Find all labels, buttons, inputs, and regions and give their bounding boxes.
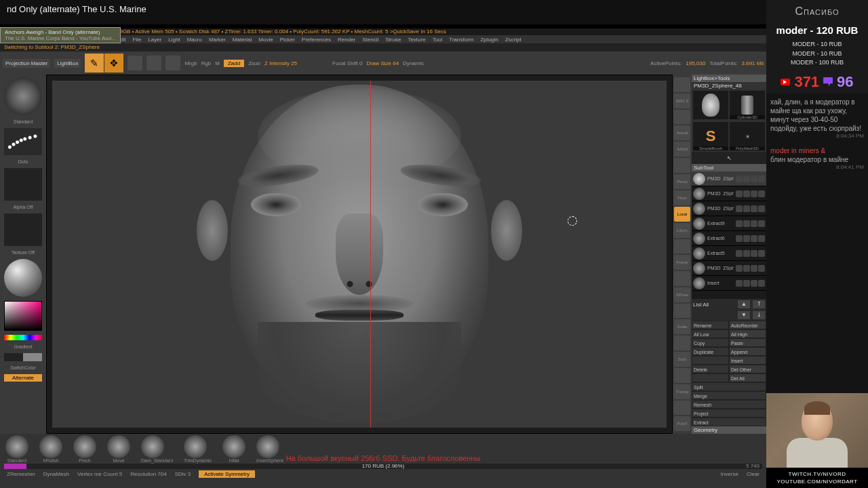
viewport[interactable] bbox=[46, 75, 673, 434]
dynamic[interactable]: Dynamic bbox=[403, 60, 424, 66]
side-persp[interactable]: Persp bbox=[674, 174, 690, 189]
material-thumbnail[interactable] bbox=[4, 259, 42, 297]
op-extract[interactable]: Extract bbox=[692, 418, 766, 426]
menu-picker[interactable]: Picker bbox=[280, 37, 295, 43]
subtool-item[interactable]: PM3D_ZSphere1_1 bbox=[692, 261, 766, 276]
side-floor[interactable]: Floor bbox=[674, 190, 690, 205]
op-copy[interactable]: Copy bbox=[692, 338, 729, 347]
zsub-toggle[interactable]: Zsub bbox=[248, 60, 260, 66]
subtool-item[interactable]: PM3D_ZSphere bbox=[692, 171, 766, 186]
tool-slot-cylinder[interactable]: Cylinder3D bbox=[730, 91, 765, 119]
menu-transform[interactable]: Transform bbox=[449, 37, 473, 43]
menu-stroke[interactable]: Stroke bbox=[385, 37, 401, 43]
activate-symmetry-button[interactable]: Activate Symmetry bbox=[199, 470, 255, 478]
menu-tool[interactable]: Tool bbox=[433, 37, 443, 43]
hue-strip[interactable] bbox=[4, 335, 42, 340]
side-lsym[interactable]: LSym bbox=[674, 223, 690, 238]
side-scale[interactable]: Scale bbox=[674, 319, 690, 334]
menu-preferences[interactable]: Preferences bbox=[302, 37, 331, 43]
op-rename[interactable]: Rename bbox=[692, 321, 729, 329]
menu-light[interactable]: Light bbox=[168, 37, 180, 43]
edit-draw-toggle[interactable]: ✎✥ bbox=[85, 54, 123, 73]
geometry-header[interactable]: Geometry bbox=[692, 426, 766, 434]
focal-shift[interactable]: Focal Shift 0 bbox=[332, 60, 362, 66]
menu-texture[interactable]: Texture bbox=[408, 37, 425, 43]
rgb-toggle[interactable]: Rgb bbox=[201, 60, 212, 66]
menu-render[interactable]: Render bbox=[338, 37, 355, 43]
op-duplicate[interactable]: Duplicate bbox=[692, 347, 729, 356]
side-btn14[interactable] bbox=[674, 304, 690, 319]
color-picker[interactable] bbox=[4, 301, 42, 331]
z-intensity[interactable]: Z Intensity 25 bbox=[264, 60, 297, 66]
mrgb-toggle[interactable]: Mrgb bbox=[184, 60, 197, 66]
clear-button[interactable]: Clear bbox=[747, 471, 760, 477]
brush-thumbnail[interactable] bbox=[4, 77, 42, 115]
side-btn2[interactable] bbox=[674, 110, 690, 125]
subtool-item[interactable]: Extract5 bbox=[692, 246, 766, 261]
draw-size[interactable]: Draw Size 64 bbox=[367, 60, 399, 66]
menu-layer[interactable]: Layer bbox=[148, 37, 161, 43]
subtool-header[interactable]: SubTool bbox=[692, 164, 766, 171]
projection-master-button[interactable]: Projection Master bbox=[3, 59, 50, 68]
side-btn10[interactable] bbox=[674, 239, 690, 254]
list-all-button[interactable]: List All bbox=[693, 302, 735, 308]
menu-zscript[interactable]: Zscript bbox=[505, 37, 521, 43]
menu-macro[interactable]: Macro bbox=[187, 37, 202, 43]
op-split[interactable]: Split bbox=[692, 382, 766, 391]
op-insert[interactable]: Insert bbox=[729, 356, 766, 365]
move-bottom-icon[interactable]: ⤓ bbox=[753, 311, 765, 319]
gradient-swatches[interactable] bbox=[4, 353, 42, 361]
op-merge[interactable]: Merge bbox=[692, 391, 766, 400]
subtool-item[interactable]: Insert bbox=[692, 276, 766, 291]
op-append[interactable]: Append bbox=[729, 347, 766, 356]
side-local[interactable]: Local bbox=[674, 207, 690, 222]
subtool-item[interactable]: Extract9 bbox=[692, 216, 766, 231]
side-btn20[interactable] bbox=[674, 401, 690, 415]
op-all-high[interactable]: All High bbox=[729, 329, 766, 338]
op-autoreorder[interactable]: AutoReorder bbox=[729, 321, 766, 329]
menu-material[interactable]: Material bbox=[233, 37, 252, 43]
tool-slot-polymesh[interactable]: ★PolyMesh3D bbox=[730, 122, 765, 150]
op-all-low[interactable]: All Low bbox=[692, 329, 729, 338]
subtool-item[interactable]: Extract6 bbox=[692, 231, 766, 246]
menu-file[interactable]: File bbox=[132, 37, 141, 43]
op-remesh[interactable]: Remesh bbox=[692, 400, 766, 409]
scale-icon[interactable] bbox=[146, 56, 161, 70]
switchcolor-label[interactable]: SwitchColor bbox=[10, 365, 35, 370]
menu-stencil[interactable]: Stencil bbox=[362, 37, 378, 43]
stroke-thumbnail[interactable] bbox=[4, 128, 42, 155]
move-down-icon[interactable]: ▼ bbox=[738, 311, 750, 319]
op-del-all[interactable]: Del All bbox=[729, 373, 766, 382]
subtool-item[interactable]: PM3D_ZSphere bbox=[692, 186, 766, 201]
tool-slot-simplebrush[interactable]: SSimpleBrush bbox=[693, 122, 728, 150]
side-transp[interactable]: Transp bbox=[674, 384, 690, 399]
side-aafull[interactable]: AAfull bbox=[674, 142, 690, 157]
side-srg 0[interactable]: SRG 0 bbox=[674, 94, 690, 108]
move-icon[interactable] bbox=[127, 56, 142, 70]
lightbox-button[interactable]: LightBox bbox=[54, 59, 81, 68]
resolution[interactable]: Resolution 704 bbox=[130, 471, 166, 477]
menu-zplugin[interactable]: Zplugin bbox=[480, 37, 498, 43]
move-up-icon[interactable]: ▲ bbox=[738, 300, 750, 308]
alternate-button[interactable]: Alternate bbox=[4, 374, 42, 382]
sdiv[interactable]: SDiv 3 bbox=[175, 471, 191, 477]
subtool-item[interactable]: PM3D_ZSphere bbox=[692, 201, 766, 216]
lightbox-tools-header[interactable]: Lightbox>Tools bbox=[692, 75, 766, 82]
op-del-other[interactable]: Del Other bbox=[729, 365, 766, 373]
side-solo[interactable]: Solo bbox=[674, 352, 690, 367]
m-toggle[interactable]: M bbox=[215, 60, 220, 66]
alpha-slot[interactable] bbox=[4, 168, 42, 201]
menu-marker[interactable]: Marker bbox=[209, 37, 226, 43]
side-actual[interactable]: Actual bbox=[674, 125, 690, 140]
op-paste[interactable]: Paste bbox=[729, 338, 766, 347]
inverse-button[interactable]: Inverse bbox=[721, 471, 738, 477]
move-top-icon[interactable]: ⤒ bbox=[753, 300, 765, 308]
side-xpose[interactable]: XPose bbox=[674, 287, 690, 302]
rotate-icon[interactable] bbox=[165, 56, 180, 70]
op-delete[interactable]: Delete bbox=[692, 365, 729, 373]
side-btn16[interactable] bbox=[674, 336, 690, 350]
menu-movie[interactable]: Movie bbox=[258, 37, 273, 43]
side-frame[interactable]: Frame bbox=[674, 255, 690, 270]
side-btn0[interactable] bbox=[674, 77, 690, 92]
side-btn18[interactable] bbox=[674, 368, 690, 383]
